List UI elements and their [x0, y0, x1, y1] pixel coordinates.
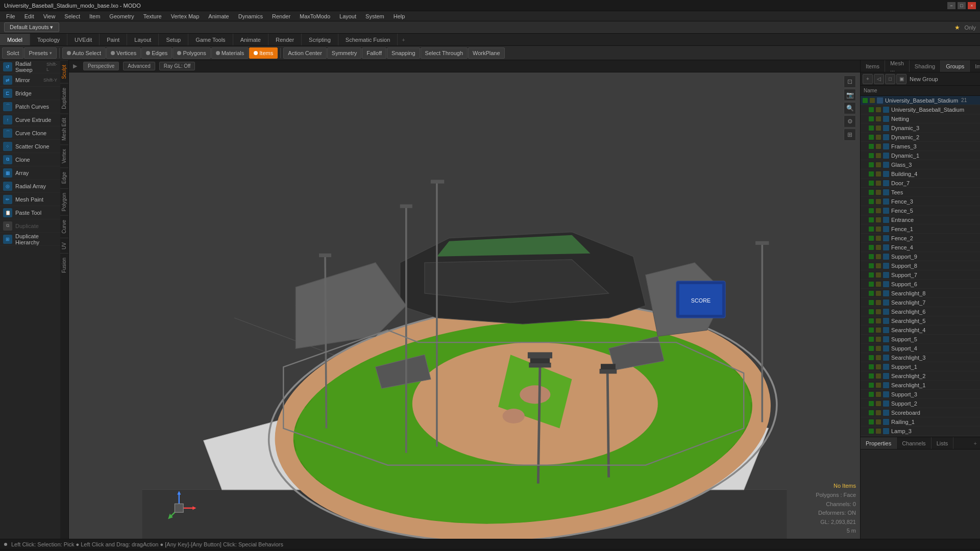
tool-mesh-paint[interactable]: ✏ Mesh Paint [0, 193, 60, 206]
perspective-button[interactable]: Perspective [83, 62, 119, 70]
item-row[interactable]: Support_5 [861, 335, 980, 344]
tab-animate[interactable]: Animate [233, 34, 268, 45]
tab-model[interactable]: Model [0, 34, 30, 45]
menu-vertexmap[interactable]: Vertex Map [167, 12, 204, 20]
viewport-tool-2[interactable]: 📷 [844, 89, 856, 101]
menu-system[interactable]: System [361, 12, 388, 20]
tool-curve-extrude[interactable]: ↑ Curve Extrude [0, 113, 60, 127]
side-tab-mesh-edit[interactable]: Mesh Edit [60, 113, 68, 144]
tool-bridge[interactable]: ⊏ Bridge [0, 87, 60, 100]
items-button[interactable]: Items [249, 47, 278, 59]
rbtab-channels[interactable]: Channels [897, 437, 931, 449]
viewport-tool-expand[interactable]: ⊞ [844, 129, 856, 141]
rbtab-lists[interactable]: Lists [932, 437, 954, 449]
item-row[interactable]: Dynamic_3 [861, 123, 980, 133]
tab-topology[interactable]: Topology [30, 34, 67, 45]
raygl-button[interactable]: Ray GL: Off [159, 62, 195, 70]
item-row[interactable]: Searchlight_3 [861, 353, 980, 362]
item-row[interactable]: Searchlight_5 [861, 316, 980, 325]
new-group-button[interactable]: + [863, 74, 873, 84]
menu-dynamics[interactable]: Dynamics [234, 12, 267, 20]
item-row[interactable]: Door_7 [861, 179, 980, 188]
rbtab-add-btn[interactable]: + [971, 437, 980, 449]
menu-select[interactable]: Select [60, 12, 84, 20]
side-tab-duplicate[interactable]: Duplicate [60, 83, 68, 113]
item-row[interactable]: Fence_3 [861, 197, 980, 206]
item-row[interactable]: Support_6 [861, 280, 980, 289]
minimize-button[interactable]: − [947, 2, 955, 9]
item-row[interactable]: Netting [861, 114, 980, 123]
items-btn-4[interactable]: ▣ [896, 74, 906, 84]
side-tab-fusion[interactable]: Fusion [60, 253, 68, 277]
tab-scripting[interactable]: Scripting [302, 34, 338, 45]
default-layouts-button[interactable]: Default Layouts ▾ [4, 22, 59, 32]
polygons-button[interactable]: Polygons [173, 47, 210, 59]
item-row[interactable]: Support_1 [861, 362, 980, 371]
item-row[interactable]: Fence_4 [861, 243, 980, 252]
side-tab-sculpt[interactable]: Sculpt [60, 60, 68, 83]
side-tab-uv[interactable]: UV [60, 238, 68, 254]
tool-scatter-clone[interactable]: ⁘ Scatter Clone [0, 140, 60, 153]
tab-render[interactable]: Render [268, 34, 302, 45]
side-tab-curve[interactable]: Curve [60, 215, 68, 238]
menu-texture[interactable]: Texture [139, 12, 166, 20]
tab-layout[interactable]: Layout [127, 34, 159, 45]
item-row[interactable]: Support_8 [861, 261, 980, 270]
item-row[interactable]: Scoreboard [861, 408, 980, 417]
item-row[interactable]: Frames_3 [861, 142, 980, 151]
rtab-images[interactable]: Images [970, 60, 980, 72]
tool-curve-clone[interactable]: ⌒ Curve Clone [0, 127, 60, 140]
close-button[interactable]: × [968, 2, 976, 9]
item-row[interactable]: University_Baseball_Stadium [861, 105, 980, 114]
tool-paste-tool[interactable]: 📋 Paste Tool [0, 206, 60, 219]
tool-mirror[interactable]: ⇌ Mirror Shift-Y [0, 73, 60, 87]
item-row[interactable]: Fence_1 [861, 224, 980, 234]
tool-radial-array[interactable]: ◎ Radial Array [0, 180, 60, 193]
item-row[interactable]: Fence_2 [861, 234, 980, 243]
menu-render[interactable]: Render [268, 12, 295, 20]
menu-help[interactable]: Help [389, 12, 409, 20]
tab-schematicfusion[interactable]: Schematic Fusion [338, 34, 398, 45]
tab-setup[interactable]: Setup [159, 34, 188, 45]
item-row[interactable]: Searchlight_8 [861, 289, 980, 298]
action-center-button[interactable]: Action Center [283, 47, 327, 59]
rbtab-properties[interactable]: Properties [861, 437, 897, 449]
item-row[interactable]: Support_4 [861, 344, 980, 353]
viewport[interactable]: ▶ Perspective Advanced Ray GL: Off [69, 60, 860, 539]
menu-layout[interactable]: Layout [335, 12, 360, 20]
item-row[interactable]: Support_3 [861, 390, 980, 399]
menu-file[interactable]: File [2, 12, 19, 20]
snapping-button[interactable]: Snapping [387, 47, 420, 59]
advanced-button[interactable]: Advanced [123, 62, 155, 70]
item-row[interactable]: Railing_1 [861, 417, 980, 427]
tool-patch-curves[interactable]: ⌒ Patch Curves [0, 100, 60, 113]
viewport-tool-settings[interactable]: ⚙ [844, 115, 856, 128]
item-row[interactable]: Support_7 [861, 270, 980, 280]
tool-clone[interactable]: ⧉ Clone [0, 153, 60, 166]
side-tab-edge[interactable]: Edge [60, 167, 68, 188]
rtab-items[interactable]: Items [861, 60, 885, 72]
vertices-button[interactable]: Vertices [106, 47, 141, 59]
tab-gametools[interactable]: Game Tools [188, 34, 233, 45]
item-row[interactable]: Searchlight_6 [861, 307, 980, 316]
presets-button[interactable]: Presets ▾ [24, 47, 56, 59]
rtab-mesh[interactable]: Mesh ... [885, 60, 910, 72]
tab-paint[interactable]: Paint [100, 34, 127, 45]
item-row[interactable]: Tees [861, 188, 980, 197]
auto-select-button[interactable]: Auto Select [62, 47, 106, 59]
item-row[interactable]: Building_4 [861, 169, 980, 179]
item-row[interactable]: Searchlight_1 [861, 381, 980, 390]
item-row[interactable]: Glass_3 [861, 160, 980, 169]
symmetry-button[interactable]: Symmetry [327, 47, 362, 59]
falloff-button[interactable]: Falloff [362, 47, 386, 59]
tool-radial-sweep[interactable]: ↺ Radial Sweep Shift-L [0, 60, 60, 73]
viewport-tool-1[interactable]: ⊡ [844, 76, 856, 88]
item-row[interactable]: Fence_5 [861, 206, 980, 215]
solct-button[interactable]: Solct [2, 47, 23, 59]
select-through-button[interactable]: Select Through [421, 47, 468, 59]
items-btn-3[interactable]: □ [885, 74, 895, 84]
items-list[interactable]: University_Baseball_Stadium 21 Universit… [861, 96, 980, 437]
workplane-button[interactable]: WorkPlane [468, 47, 505, 59]
tool-array[interactable]: ▦ Array [0, 166, 60, 180]
item-row[interactable]: Dynamic_1 [861, 151, 980, 160]
